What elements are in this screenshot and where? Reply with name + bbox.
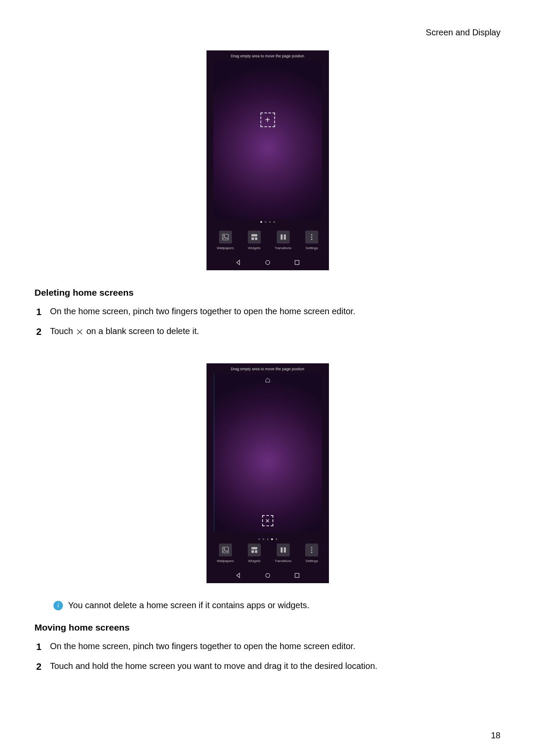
phone-mock: Drag empty area to move the page positon… — [206, 363, 329, 583]
info-icon: i — [53, 601, 63, 610]
widgets-label: Widgets — [248, 246, 260, 250]
svg-point-24 — [266, 574, 269, 578]
widgets-icon — [248, 231, 261, 244]
widgets-button[interactable]: Widgets — [248, 231, 261, 250]
widgets-button[interactable]: Widgets — [248, 544, 261, 563]
svg-rect-16 — [251, 547, 257, 549]
info-note-text: You cannot delete a home screen if it co… — [68, 600, 310, 610]
heading-moving: Moving home screens — [34, 622, 501, 633]
editor-toolbar: Wallpapers Widgets Transitions — [206, 225, 329, 256]
svg-point-15 — [223, 548, 224, 549]
svg-rect-3 — [251, 237, 254, 240]
svg-point-23 — [311, 551, 313, 553]
phone-mock: Drag empty area to move the page positon… — [206, 50, 329, 270]
recents-button-icon[interactable] — [294, 259, 300, 266]
svg-rect-0 — [222, 234, 228, 240]
page-dot — [269, 221, 271, 223]
settings-icon — [305, 231, 318, 244]
page-dot — [273, 221, 275, 223]
back-button-icon[interactable] — [235, 572, 242, 579]
heading-deleting: Deleting home screens — [34, 287, 501, 298]
wallpapers-button[interactable]: Wallpapers — [217, 231, 234, 250]
step-number: 1 — [36, 305, 44, 319]
transitions-button[interactable]: Transitions — [275, 231, 291, 250]
wallpapers-icon — [219, 544, 232, 556]
svg-rect-11 — [295, 260, 299, 264]
editor-toolbar: Wallpapers Widgets Transitions — [206, 537, 329, 569]
page-header-section: Screen and Display — [34, 28, 501, 37]
svg-rect-19 — [281, 547, 283, 553]
settings-label: Settings — [306, 246, 318, 250]
back-button-icon[interactable] — [235, 259, 242, 266]
svg-point-22 — [311, 549, 313, 550]
svg-point-7 — [311, 234, 313, 235]
close-icon — [75, 327, 84, 335]
wallpapers-icon — [219, 231, 232, 244]
figure-add-homescreen: Drag empty area to move the page positon… — [34, 50, 501, 270]
wallpapers-label: Wallpapers — [217, 246, 234, 250]
step-row: 1 On the home screen, pinch two fingers … — [36, 640, 501, 654]
homescreen-preview: ✕ — [213, 374, 322, 532]
info-note: i You cannot delete a home screen if it … — [53, 600, 501, 610]
step-row: 2 Touch on a blank screen to delete it. — [36, 325, 501, 339]
svg-point-10 — [266, 260, 269, 264]
wallpapers-label: Wallpapers — [217, 559, 234, 563]
home-outline-icon — [265, 377, 271, 383]
step-text: On the home screen, pinch two fingers to… — [50, 305, 355, 318]
page-dot — [265, 221, 266, 223]
deleting-steps: 1 On the home screen, pinch two fingers … — [36, 305, 501, 339]
drag-hint-text: Drag empty area to move the page positon — [206, 50, 329, 58]
step-text: Touch on a blank screen to delete it. — [50, 325, 199, 338]
moving-steps: 1 On the home screen, pinch two fingers … — [36, 640, 501, 674]
step-text: On the home screen, pinch two fingers to… — [50, 640, 355, 653]
android-navbar — [206, 256, 329, 269]
svg-rect-20 — [284, 547, 286, 553]
svg-rect-2 — [251, 234, 257, 236]
android-navbar — [206, 569, 329, 581]
transitions-label: Transitions — [275, 246, 291, 250]
home-button-icon[interactable] — [264, 259, 271, 266]
homescreen-preview: + — [213, 61, 322, 219]
svg-rect-5 — [281, 234, 283, 240]
home-button-icon[interactable] — [264, 572, 271, 579]
widgets-icon — [248, 544, 261, 556]
step-number: 2 — [36, 659, 44, 674]
transitions-label: Transitions — [275, 559, 291, 563]
step-number: 2 — [36, 325, 44, 339]
svg-point-8 — [311, 236, 313, 237]
wallpapers-button[interactable]: Wallpapers — [217, 544, 234, 563]
recents-button-icon[interactable] — [294, 572, 300, 579]
settings-label: Settings — [306, 559, 318, 563]
step-text-post: on a blank screen to delete it. — [87, 326, 199, 336]
drag-hint-text: Drag empty area to move the page positon — [206, 363, 329, 371]
svg-rect-6 — [284, 234, 286, 240]
page-dot — [260, 221, 262, 223]
transitions-button[interactable]: Transitions — [275, 544, 291, 563]
svg-rect-14 — [222, 547, 228, 553]
step-text-pre: Touch — [50, 326, 75, 336]
delete-screen-x-icon: ✕ — [262, 515, 273, 526]
settings-icon — [305, 544, 318, 556]
svg-rect-25 — [295, 574, 299, 578]
svg-point-9 — [311, 238, 313, 240]
settings-button[interactable]: Settings — [305, 231, 318, 250]
svg-rect-18 — [255, 550, 257, 553]
transitions-icon — [277, 231, 290, 244]
add-screen-plus-icon: + — [260, 112, 275, 127]
svg-rect-17 — [251, 550, 254, 553]
settings-button[interactable]: Settings — [305, 544, 318, 563]
step-number: 1 — [36, 640, 44, 654]
step-row: 1 On the home screen, pinch two fingers … — [36, 305, 501, 319]
figure-delete-homescreen: Drag empty area to move the page positon… — [34, 363, 501, 583]
svg-point-21 — [311, 547, 313, 548]
step-text: Touch and hold the home screen you want … — [50, 659, 377, 673]
document-page: Screen and Display Drag empty area to mo… — [0, 0, 535, 697]
svg-rect-4 — [255, 237, 257, 240]
step-row: 2 Touch and hold the home screen you wan… — [36, 659, 501, 674]
page-indicator — [206, 221, 329, 223]
transitions-icon — [277, 544, 290, 556]
svg-point-1 — [223, 235, 224, 236]
widgets-label: Widgets — [248, 559, 260, 563]
page-number: 18 — [491, 731, 501, 740]
